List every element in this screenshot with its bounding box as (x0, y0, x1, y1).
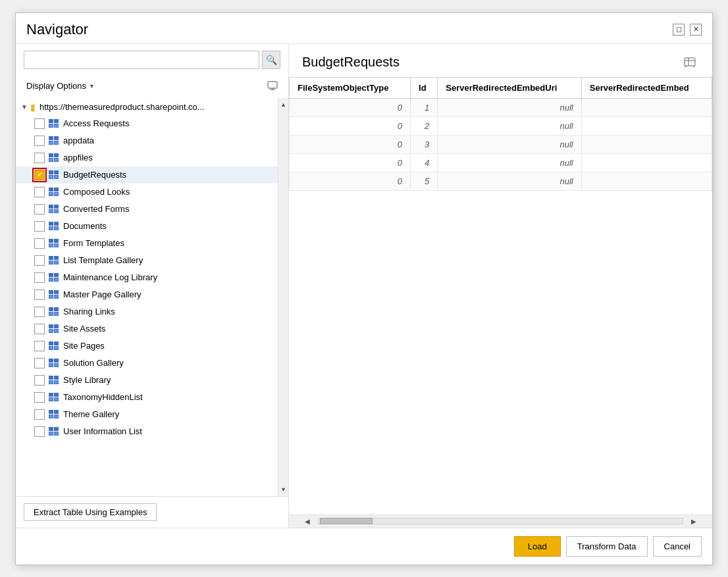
cell-fso-4: 0 (290, 172, 411, 190)
scroll-down-button[interactable]: ▼ (278, 483, 288, 496)
list-item[interactable]: Composed Looks (16, 184, 278, 201)
item-checkbox-9[interactable] (34, 272, 45, 283)
preview-title: BudgetRequests (302, 55, 400, 70)
item-label-10: Master Page Gallery (63, 289, 142, 299)
data-table: FileSystemObjectType Id ServerRedirected… (289, 77, 712, 191)
item-checkbox-14[interactable] (34, 358, 45, 368)
item-checkbox-7[interactable] (34, 238, 45, 249)
restore-button[interactable]: ◻ (673, 24, 685, 36)
list-item[interactable]: Maintenance Log Library (16, 269, 278, 286)
list-item[interactable]: List Template Gallery (16, 252, 278, 269)
item-checkbox-1[interactable] (34, 136, 45, 146)
item-checkbox-15[interactable] (34, 375, 45, 386)
list-item[interactable]: Master Page Gallery (16, 286, 278, 303)
item-checkbox-13[interactable] (34, 341, 45, 351)
item-checkbox-17[interactable] (34, 409, 45, 420)
list-item[interactable]: Sharing Links (16, 303, 278, 320)
item-checkbox-5[interactable] (34, 204, 45, 214)
item-label-4: Composed Looks (63, 187, 130, 197)
hscroll-left-arrow[interactable]: ◀ (302, 516, 313, 526)
list-item[interactable]: Site Pages (16, 338, 278, 355)
display-options-button[interactable]: Display Options ▼ (24, 80, 97, 92)
toolbar-refresh-icon[interactable] (265, 78, 280, 94)
cell-embed-4 (581, 172, 712, 190)
table-icon-1 (49, 136, 59, 145)
root-url-label: https://themeasuredproduct.sharepoint.co… (39, 102, 205, 112)
list-item[interactable]: Solution Gallery (16, 355, 278, 372)
close-button[interactable]: ✕ (690, 24, 702, 36)
cell-id-4: 5 (411, 172, 438, 190)
item-label-14: Solution Gallery (63, 358, 124, 368)
svg-rect-0 (268, 82, 277, 88)
cell-embed-1 (581, 116, 712, 135)
list-item[interactable]: appfiles (16, 149, 278, 166)
item-checkbox-0[interactable] (34, 118, 45, 129)
table-icon-11 (49, 307, 59, 316)
item-checkbox-3[interactable]: ✓ (34, 170, 45, 180)
list-item[interactable]: Documents (16, 218, 278, 235)
preview-settings-icon[interactable] (681, 53, 699, 72)
cell-uri-4: null (438, 172, 582, 190)
item-checkbox-6[interactable] (34, 221, 45, 232)
list-item[interactable]: User Information List (16, 423, 278, 440)
list-item[interactable]: TaxonomyHiddenList (16, 389, 278, 406)
item-checkbox-4[interactable] (34, 187, 45, 197)
dialog-title: Navigator (26, 21, 88, 38)
list-item[interactable]: Access Requests (16, 115, 278, 132)
main-content: 🔍 Display Options ▼ (16, 43, 712, 528)
col-header-2: ServerRedirectedEmbedUri (438, 77, 582, 98)
preview-header: BudgetRequests (289, 44, 712, 77)
extract-table-button[interactable]: Extract Table Using Examples (24, 503, 157, 521)
left-bottom-bar: Extract Table Using Examples (16, 496, 288, 528)
list-item[interactable]: ✓ BudgetRequests (16, 166, 278, 184)
cell-fso-1: 0 (290, 116, 411, 135)
list-item[interactable]: Site Assets (16, 320, 278, 338)
item-checkbox-16[interactable] (34, 392, 45, 403)
tree-scroll[interactable]: ▼ ▮ https://themeasuredproduct.sharepoin… (16, 98, 278, 496)
table-icon-4 (49, 188, 59, 197)
search-input[interactable] (24, 51, 259, 69)
left-panel: 🔍 Display Options ▼ (16, 44, 289, 528)
load-button[interactable]: Load (514, 536, 561, 557)
hscroll-right-arrow[interactable]: ▶ (689, 516, 699, 526)
footer: Load Transform Data Cancel (16, 528, 712, 564)
item-checkbox-12[interactable] (34, 324, 45, 334)
navigator-dialog: Navigator ◻ ✕ 🔍 Display Options ▼ (15, 13, 713, 565)
cell-fso-0: 0 (290, 98, 411, 116)
item-label-16: TaxonomyHiddenList (63, 392, 143, 402)
collapse-arrow-icon: ▼ (21, 103, 28, 111)
item-checkbox-10[interactable] (34, 289, 45, 300)
cancel-button[interactable]: Cancel (653, 536, 702, 557)
item-label-8: List Template Gallery (63, 255, 143, 265)
search-button[interactable]: 🔍 (262, 51, 280, 69)
item-checkbox-11[interactable] (34, 307, 45, 317)
cell-embed-3 (581, 153, 712, 172)
table-icon-5 (49, 205, 59, 214)
item-checkbox-18[interactable] (34, 426, 45, 437)
cell-fso-2: 0 (290, 135, 411, 153)
tree-root-item[interactable]: ▼ ▮ https://themeasuredproduct.sharepoin… (16, 99, 278, 115)
search-icon: 🔍 (266, 55, 277, 65)
list-item[interactable]: Form Templates (16, 235, 278, 252)
cell-uri-0: null (438, 98, 582, 116)
hscroll-thumb[interactable] (320, 518, 373, 524)
table-icon-13 (49, 341, 59, 351)
list-item[interactable]: Style Library (16, 372, 278, 389)
list-item[interactable]: appdata (16, 132, 278, 149)
col-header-1: Id (411, 77, 438, 98)
cell-embed-0 (581, 98, 712, 116)
item-label-2: appfiles (63, 153, 93, 163)
transform-data-button[interactable]: Transform Data (566, 536, 648, 557)
scroll-up-button[interactable]: ▲ (278, 98, 288, 111)
item-label-15: Style Library (63, 375, 111, 385)
item-label-18: User Information List (63, 426, 142, 436)
folder-icon: ▮ (30, 102, 36, 113)
item-checkbox-8[interactable] (34, 255, 45, 266)
list-item[interactable]: Theme Gallery (16, 406, 278, 423)
horizontal-scrollbar: ◀ ▶ (289, 514, 712, 528)
hscroll-track[interactable] (318, 518, 683, 524)
cell-uri-1: null (438, 116, 582, 135)
item-checkbox-2[interactable] (34, 153, 45, 163)
list-item[interactable]: Converted Forms (16, 201, 278, 218)
item-label-13: Site Pages (63, 341, 105, 351)
